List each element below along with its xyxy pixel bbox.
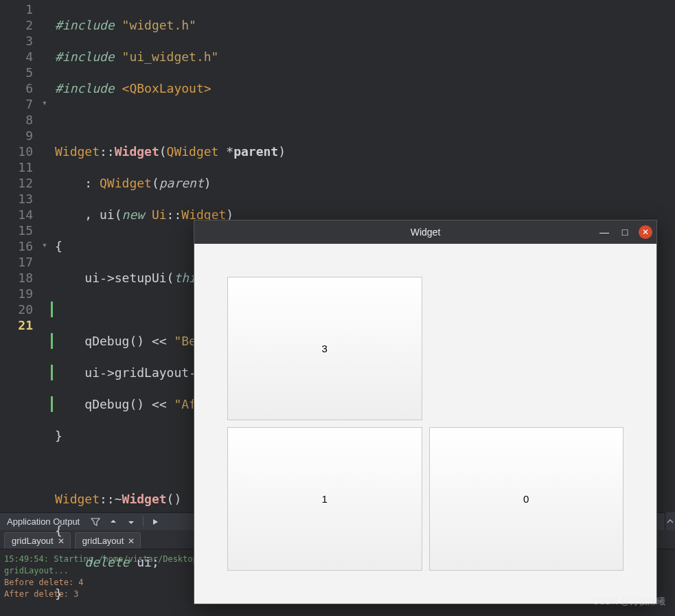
maximize-button[interactable]: □ (618, 225, 632, 239)
grid-cell-3[interactable]: 3 (227, 277, 422, 420)
grid-cell-1[interactable]: 1 (227, 427, 422, 571)
console-timestamp: 15:49:54: (4, 554, 49, 564)
line-number-gutter: 12345678910 11121314151617181920 21 (0, 0, 38, 512)
window-title: Widget (411, 227, 441, 238)
fold-marker-icon[interactable]: ▾ (38, 95, 51, 111)
tab-label: gridLayout (12, 536, 54, 546)
fold-gutter: ▾ ▾ (38, 0, 51, 512)
minimize-button[interactable]: — (597, 225, 611, 239)
fold-marker-icon[interactable]: ▾ (38, 237, 51, 253)
watermark: CSDN @万俟淋曦 (593, 595, 665, 608)
chevron-up-icon[interactable] (665, 512, 675, 530)
close-button[interactable]: ✕ (639, 225, 652, 239)
window-titlebar[interactable]: Widget — □ ✕ (194, 220, 656, 244)
grid-cell-0[interactable]: 0 (429, 427, 624, 571)
grid-layout: 3 1 0 (194, 244, 656, 604)
current-line-number: 21 (0, 317, 33, 333)
app-window[interactable]: Widget — □ ✕ 3 1 0 (194, 220, 657, 604)
